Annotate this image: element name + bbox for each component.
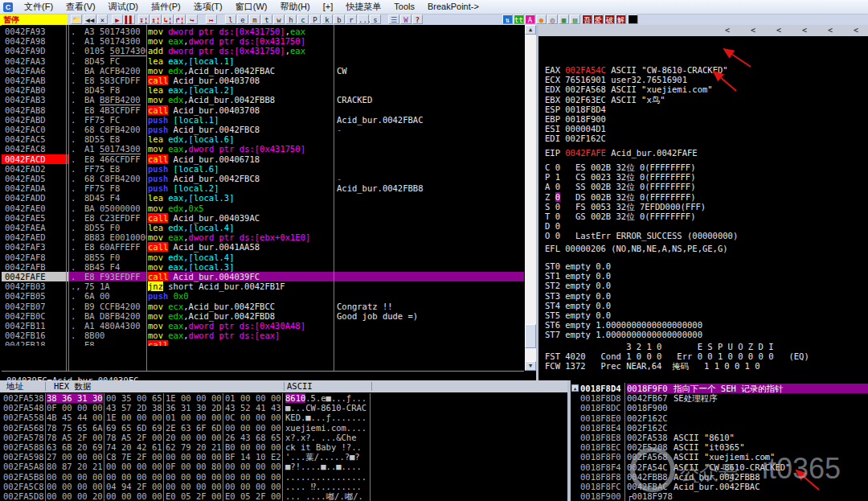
dump-row[interactable]: 002FA56878 75 65 6A69 65 6D 692E 63 6F 6… [0, 423, 567, 433]
scroll-thumb[interactable] [525, 324, 536, 348]
disasm-row[interactable]: 0042FB07.B9 CCFB4200mov ecx,Acid_bur.004… [2, 302, 524, 311]
dump-row[interactable]: 002FA58863 6B 20 6974 20 42 6162 79 20 2… [0, 442, 567, 452]
register-line[interactable]: EAX 002FA54C ASCII "CW-8610-CRACKED" [545, 65, 728, 75]
disasm-row[interactable]: 0042FAB8.E8 4B3CFDFFcall Acid_bur.004037… [2, 105, 524, 115]
disasm-row[interactable]: 0042FAA6.BA ACFB4200mov edx,Acid_bur.004… [2, 66, 524, 76]
menu-item[interactable]: 插件(P) [145, 2, 187, 11]
run-icon[interactable]: ▶ [112, 14, 123, 24]
stack-row[interactable]: 0018F8F4002FA54CASCII "CW-8610-CRACKED" [571, 462, 868, 472]
menu-item[interactable]: 快捷菜单 [339, 2, 387, 11]
window-button-s[interactable]: s [370, 14, 381, 24]
dump-row[interactable]: 002FA5B800 00 00 0000 00 00 0000 00 00 0… [0, 472, 567, 482]
disasm-row[interactable]: 0042FAC0.68 C8FB4200push Acid_bur.0042FB… [2, 125, 524, 134]
register-line[interactable]: A 0 SS 002B 32位 0(FFFFFFFF) [545, 182, 696, 191]
disasm-row[interactable]: 0042FA9D.0105 50174300add dword ptr ds:[… [2, 46, 524, 55]
disasm-row[interactable]: 0042FB03.,75 1Ajnz short Acid_bur.0042FB… [2, 281, 524, 291]
disasm-row[interactable]: 0042FB0C.BA D8FB4200mov edx,Acid_bur.004… [2, 311, 524, 321]
stack-row[interactable]: 0018F8D40018F9F0指向下一个 SEH 记录的指针 [571, 384, 868, 393]
disasm-row[interactable]: 0042FB11.A1 480A4300mov eax,dword ptr ds… [2, 321, 524, 331]
stack-row[interactable]: 0018F8D80042FB67SE处理程序 [571, 393, 868, 403]
window-button-r[interactable]: r [346, 14, 357, 24]
disasm-row[interactable]: 0042FAD5.68 C8FB4200push Acid_bur.0042FB… [2, 174, 524, 183]
menu-item[interactable]: 帮助(H) [273, 2, 316, 11]
window-button-b[interactable]: b [334, 14, 345, 24]
scroll-up-icon[interactable]: ▲ [525, 25, 536, 35]
register-line[interactable]: EDX 002FA568 ASCII "xuejiemi.com" [545, 84, 713, 94]
stack-row[interactable]: 0018F8F0002FA568ASCII "xuejiemi.com" [571, 452, 868, 462]
grid-plugin-icon[interactable]: ▦ [559, 14, 569, 24]
disasm-row[interactable]: 0042FABD.FF75 FCpush [local.1]Acid_bur.0… [2, 115, 524, 125]
dump-row[interactable]: 002FA59827 00 00 00C8 7E 2F 0000 00 00 0… [0, 452, 567, 462]
rewind-icon[interactable]: ◀◀ [84, 14, 96, 24]
stack-row[interactable]: 0018F8EC002F5208ASCII "it0365" [571, 442, 868, 452]
disasm-row[interactable]: 0042FAB0.8D45 F8lea eax,[local.2] [2, 85, 524, 95]
close-icon[interactable]: ✕ [97, 14, 108, 24]
scroll-down-icon[interactable]: ▼ [525, 361, 536, 371]
trace-into-icon[interactable]: ↳¦ [162, 14, 174, 24]
collapse-icon[interactable]: < [854, 25, 858, 36]
disasm-row[interactable]: 0042FAF3.E8 60AFFEFFcall Acid_bur.0041AA… [2, 242, 524, 252]
dump-row[interactable]: 002FA53838 36 31 3000 35 00 651E 00 00 0… [0, 393, 567, 403]
dump-row[interactable]: 002FA5D800 00 00 2000 00 00 00E0 05 2F 0… [0, 491, 567, 501]
window-button-more[interactable]: ... [358, 14, 369, 24]
book-plugin-icon[interactable]: ▤ [570, 14, 580, 24]
dump-row[interactable]: 002FA5C800 00 00 0004 94 2F 0000 00 00 0… [0, 482, 567, 491]
register-line[interactable]: ST6 empty 1.0000000000000000000 [545, 320, 702, 330]
black-plugin-icon[interactable] [628, 14, 638, 24]
window-button-P[interactable]: P [309, 14, 321, 24]
window-button-l[interactable]: l [225, 14, 236, 24]
window-button-c[interactable]: c [297, 14, 309, 24]
register-line[interactable]: ST5 empty 0.0 [545, 310, 611, 320]
collapse-icon[interactable]: < [751, 25, 755, 36]
stack-row[interactable]: 0018F8E4002F162C [571, 423, 868, 433]
register-line[interactable]: ST0 empty 0.0 [545, 261, 611, 271]
menu-item[interactable]: 选项(T) [187, 2, 229, 11]
register-line[interactable]: T 0 GS 002B 32位 0(FFFFFFFF) [545, 211, 696, 221]
register-line[interactable]: C 0 ES 002B 32位 0(FFFFFFFF) [545, 162, 696, 172]
register-line[interactable]: ESP 0018F8D4 [545, 105, 606, 114]
target-plugin-icon[interactable]: ◎ [547, 14, 558, 24]
menu-item[interactable]: [+] [317, 2, 340, 11]
register-line[interactable]: EDI 002F162C [545, 133, 606, 143]
window-button-t[interactable]: t [261, 14, 272, 24]
disasm-row[interactable]: 0042FAED.8B83 E0010000mov eax,dword ptr … [2, 232, 524, 242]
open-file-icon[interactable]: 📁 [71, 14, 82, 24]
disasm-row[interactable]: 0042FAE5.E8 C23EFDFFcall Acid_bur.004039… [2, 213, 524, 223]
register-line[interactable]: P 1 CS 0023 32位 0(FFFFFFFF) [545, 172, 696, 182]
register-line[interactable]: Z 0 DS 002B 32位 0(FFFFFFFF) [545, 192, 696, 202]
stack-row[interactable]: 0018F900┌0018F978 [571, 491, 868, 501]
disasm-row[interactable]: 0042FADD.8D45 F4lea eax,[local.3] [2, 193, 524, 203]
disasm-row[interactable]: 0042FB05.6A 00push 0x0 [2, 291, 524, 301]
disasm-row[interactable]: 0042FAF8.8B55 F0mov edx,[local.4] [2, 253, 524, 262]
cjk-plugin-icon[interactable]: 破 [604, 14, 615, 24]
goto-icon[interactable]: ↦ [206, 14, 217, 24]
dump-row[interactable]: 002FA57878 A5 2F 0078 A5 2F 0020 00 00 0… [0, 433, 567, 442]
disasm-row[interactable]: 0042FB16.8B00mov eax,dword ptr ds:[eax] [2, 331, 524, 340]
menu-item[interactable]: BreakPoint-> [421, 2, 485, 11]
stack-row[interactable]: 0018F8FC0042FBACAcid_bur.0042FBAC [571, 482, 868, 491]
window-button-k[interactable]: k [321, 14, 333, 24]
register-line[interactable]: ST7 empty 1.0000000000000000000 [545, 330, 702, 339]
window-button-h[interactable]: h [285, 14, 297, 24]
window-button-m[interactable]: m [249, 14, 260, 24]
window-button-w[interactable]: w [273, 14, 285, 24]
cjk-plugin-icon[interactable]: 解 [616, 14, 626, 24]
a-plugin-icon[interactable]: A [525, 14, 535, 24]
dump-row[interactable]: 002FA5480F 00 00 0043 57 2D 3836 31 30 2… [0, 403, 567, 413]
register-line[interactable]: S 0 FS 0053 32位 7EFDD000(FFF) [545, 202, 706, 211]
window-button-e[interactable]: e [237, 14, 248, 24]
menu-item[interactable]: 调试(D) [102, 2, 145, 11]
register-line[interactable]: EBP 0018F900 [545, 114, 606, 124]
register-line[interactable]: ST3 empty 0.0 [545, 291, 611, 301]
menu-item[interactable]: Tools [387, 2, 421, 11]
dump-row[interactable]: 002FA5A880 87 20 2100 00 00 000F 00 00 8… [0, 462, 567, 471]
register-line[interactable]: FST 4020 Cond 1 0 0 0 Err 0 0 1 0 0 0 0 … [545, 351, 809, 361]
collapse-icon[interactable]: < [776, 25, 781, 36]
pause-icon[interactable]: ▌▌ [124, 14, 135, 24]
register-line[interactable]: EFL 00000206 (NO,NB,NE,A,NS,PE,GE,G) [545, 244, 728, 253]
step-over-icon[interactable]: ↥¦ [150, 14, 162, 24]
tt-plugin-icon[interactable]: tt [514, 14, 524, 24]
disasm-row[interactable]: 0042FA98.A1 50174300mov eax,dword ptr ds… [2, 36, 524, 46]
stack-row[interactable]: 0018F8DC0018F900 [571, 403, 868, 413]
register-line[interactable]: EIP 0042FAFE Acid_bur.0042FAFE [545, 148, 698, 158]
